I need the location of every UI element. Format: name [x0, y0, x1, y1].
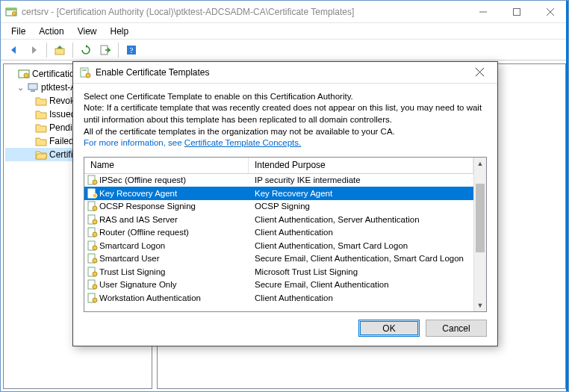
- dialog-titlebar: Enable Certificate Templates: [73, 62, 497, 84]
- svg-point-21: [93, 180, 97, 184]
- template-name: Workstation Authentication: [98, 293, 249, 302]
- template-purpose: Key Recovery Agent: [249, 189, 473, 198]
- scroll-thumb[interactable]: [476, 184, 485, 252]
- scroll-track[interactable]: [474, 170, 486, 299]
- dialog-intro-2: Note: If a certificate template that was…: [84, 102, 487, 125]
- folder-open-icon: [35, 149, 47, 161]
- folder-icon: [35, 95, 47, 107]
- window-accent: [566, 1, 568, 391]
- template-icon: [79, 66, 91, 78]
- ok-button[interactable]: OK: [358, 320, 420, 337]
- template-icon: [84, 227, 98, 237]
- enable-templates-dialog: Enable Certificate Templates Select one …: [72, 61, 498, 346]
- folder-icon: [35, 135, 47, 147]
- cert-authority-icon: [18, 68, 30, 80]
- toolbar: ?: [1, 40, 568, 60]
- template-concepts-link[interactable]: Certificate Template Concepts.: [184, 138, 301, 147]
- toolbar-separator-3: [118, 43, 119, 57]
- menu-action[interactable]: Action: [33, 25, 69, 38]
- svg-rect-14: [31, 90, 35, 92]
- minimize-button[interactable]: [466, 1, 500, 22]
- template-icon: [84, 267, 98, 277]
- dialog-title: Enable Certificate Templates: [96, 67, 464, 78]
- column-header-name[interactable]: Name: [84, 158, 249, 173]
- svg-rect-16: [82, 69, 87, 71]
- titlebar: certsrv - [Certification Authority (Loca…: [1, 1, 568, 23]
- template-name: Router (Offline request): [98, 228, 249, 237]
- template-row[interactable]: Smartcard UserSecure Email, Client Authe…: [84, 252, 473, 266]
- folder-icon: [35, 122, 47, 134]
- svg-point-31: [93, 246, 97, 250]
- template-icon: [84, 214, 98, 225]
- refresh-button[interactable]: [77, 41, 95, 59]
- svg-rect-4: [513, 8, 520, 15]
- menubar: File Action View Help: [1, 23, 568, 40]
- template-icon: [84, 175, 98, 185]
- svg-point-37: [93, 284, 97, 289]
- template-purpose: Secure Email, Client Authentication, Sma…: [249, 254, 473, 263]
- chevron-down-icon[interactable]: ⌄: [16, 83, 25, 93]
- svg-point-33: [93, 258, 97, 263]
- template-row[interactable]: Key Recovery AgentKey Recovery Agent: [84, 187, 473, 200]
- template-purpose: Client Authentication, Server Authentica…: [249, 215, 473, 224]
- template-icon: [84, 240, 98, 251]
- template-purpose: IP security IKE intermediate: [249, 175, 473, 184]
- close-button[interactable]: [533, 1, 567, 22]
- template-row[interactable]: OCSP Response SigningOCSP Signing: [84, 200, 473, 214]
- template-icon: [84, 293, 98, 303]
- svg-rect-13: [28, 84, 37, 90]
- template-icon: [84, 253, 98, 264]
- dialog-intro-3: All of the certificate templates in the …: [84, 126, 487, 138]
- folder-icon: [35, 108, 47, 120]
- scrollbar[interactable]: ▲ ▼: [473, 158, 486, 311]
- template-list-inner[interactable]: Name Intended Purpose IPSec (Offline req…: [84, 158, 473, 311]
- scroll-down-button[interactable]: ▼: [474, 299, 486, 311]
- back-button[interactable]: [5, 41, 23, 59]
- svg-point-23: [93, 193, 97, 198]
- column-header-purpose[interactable]: Intended Purpose: [249, 158, 473, 173]
- template-name: IPSec (Offline request): [98, 175, 249, 184]
- template-row[interactable]: Workstation AuthenticationClient Authent…: [84, 291, 473, 305]
- template-name: RAS and IAS Server: [98, 215, 249, 224]
- menu-view[interactable]: View: [72, 25, 103, 38]
- template-name: User Signature Only: [98, 280, 249, 289]
- svg-point-39: [93, 298, 97, 302]
- template-row[interactable]: Router (Offline request)Client Authentic…: [84, 226, 473, 240]
- certsrv-icon: [5, 6, 17, 18]
- dialog-body: Select one Certificate Template to enabl…: [73, 84, 497, 154]
- dialog-intro-1: Select one Certificate Template to enabl…: [84, 91, 487, 103]
- template-icon: [84, 279, 98, 290]
- template-purpose: Client Authentication, Smart Card Logon: [249, 241, 473, 250]
- svg-point-35: [93, 272, 97, 276]
- cancel-button[interactable]: Cancel: [426, 320, 487, 337]
- window-title: certsrv - [Certification Authority (Loca…: [22, 7, 466, 17]
- template-row[interactable]: Trust List SigningMicrosoft Trust List S…: [84, 265, 473, 279]
- template-list: Name Intended Purpose IPSec (Offline req…: [84, 157, 487, 312]
- template-name: Key Recovery Agent: [98, 189, 249, 198]
- scroll-up-button[interactable]: ▲: [474, 158, 486, 170]
- template-purpose: Client Authentication: [249, 293, 473, 302]
- export-button[interactable]: [96, 41, 114, 59]
- maximize-button[interactable]: [500, 1, 533, 22]
- dialog-close-button[interactable]: [464, 63, 494, 82]
- template-name: Trust List Signing: [98, 267, 249, 276]
- template-row[interactable]: IPSec (Offline request)IP security IKE i…: [84, 174, 473, 187]
- template-row[interactable]: RAS and IAS ServerClient Authentication,…: [84, 213, 473, 226]
- dialog-link-prefix: For more information, see: [84, 138, 184, 147]
- help-button[interactable]: ?: [122, 41, 140, 59]
- menu-file[interactable]: File: [5, 25, 31, 38]
- menu-help[interactable]: Help: [105, 25, 135, 38]
- toolbar-separator-2: [72, 43, 73, 57]
- forward-button[interactable]: [25, 41, 43, 59]
- up-button[interactable]: [51, 41, 69, 59]
- template-row[interactable]: Smartcard LogonClient Authentication, Sm…: [84, 239, 473, 252]
- svg-point-25: [93, 206, 97, 211]
- template-row[interactable]: User Signature OnlySecure Email, Client …: [84, 279, 473, 292]
- svg-point-12: [24, 73, 28, 78]
- template-purpose: Secure Email, Client Authentication: [249, 280, 473, 289]
- template-name: OCSP Response Signing: [98, 202, 249, 211]
- template-purpose: OCSP Signing: [249, 202, 473, 211]
- dialog-link-line: For more information, see Certificate Te…: [84, 137, 487, 149]
- svg-point-27: [93, 220, 97, 224]
- template-purpose: Client Authentication: [249, 228, 473, 237]
